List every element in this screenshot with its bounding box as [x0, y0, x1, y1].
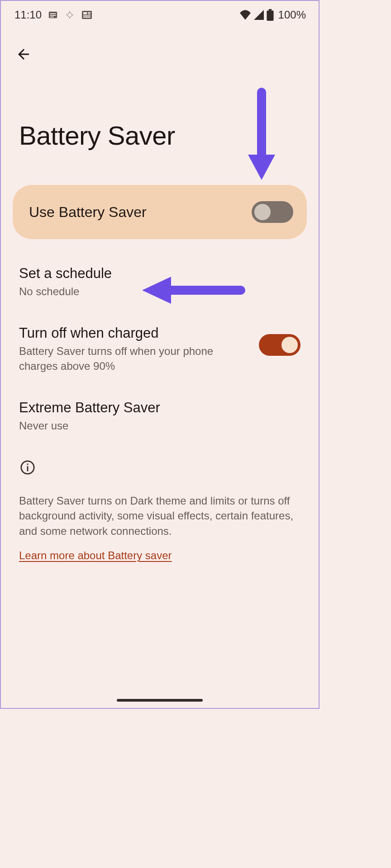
- status-left: 11:10: [14, 9, 92, 21]
- photos-icon: [64, 9, 75, 20]
- status-time: 11:10: [14, 9, 42, 21]
- toggle-knob: [281, 337, 298, 353]
- messages-icon: [48, 10, 58, 20]
- turn-off-sub: Battery Saver turns off when your phone …: [19, 344, 245, 373]
- turn-off-when-charged-item[interactable]: Turn off when charged Battery Saver turn…: [19, 325, 300, 373]
- svg-rect-10: [268, 9, 272, 10]
- svg-rect-3: [50, 17, 54, 18]
- status-bar: 11:10 100%: [1, 1, 319, 28]
- svg-rect-1: [50, 13, 56, 14]
- status-right: 100%: [239, 9, 306, 21]
- info-icon-wrap: [20, 460, 319, 477]
- use-battery-saver-label: Use Battery Saver: [29, 204, 147, 221]
- turn-off-text: Turn off when charged Battery Saver turn…: [19, 325, 245, 373]
- svg-rect-5: [83, 12, 87, 14]
- arrow-back-icon: [15, 46, 32, 62]
- info-text: Battery Saver turns on Dark theme and li…: [19, 493, 300, 539]
- turn-off-toggle[interactable]: [259, 334, 300, 356]
- page-title: Battery Saver: [19, 120, 319, 151]
- svg-rect-7: [88, 14, 91, 14]
- svg-rect-8: [83, 15, 91, 16]
- svg-rect-13: [27, 466, 29, 471]
- extreme-battery-saver-item[interactable]: Extreme Battery Saver Never use: [19, 400, 300, 433]
- use-battery-saver-toggle[interactable]: [252, 201, 293, 223]
- set-schedule-title: Set a schedule: [19, 265, 287, 282]
- svg-rect-14: [27, 463, 29, 465]
- battery-icon: [267, 9, 274, 21]
- extreme-sub: Never use: [19, 419, 287, 433]
- use-battery-saver-card[interactable]: Use Battery Saver: [13, 185, 307, 239]
- svg-rect-4: [82, 11, 92, 19]
- wifi-icon: [239, 10, 251, 20]
- navigation-bar-handle[interactable]: [117, 699, 203, 702]
- turn-off-title: Turn off when charged: [19, 325, 245, 341]
- svg-rect-9: [83, 17, 91, 18]
- svg-rect-2: [50, 15, 56, 16]
- svg-rect-6: [88, 12, 91, 13]
- set-schedule-item[interactable]: Set a schedule No schedule: [19, 265, 300, 299]
- news-icon: [81, 10, 92, 19]
- extreme-text: Extreme Battery Saver Never use: [19, 400, 287, 433]
- extreme-title: Extreme Battery Saver: [19, 400, 287, 416]
- set-schedule-text: Set a schedule No schedule: [19, 265, 287, 299]
- battery-percent: 100%: [278, 9, 306, 21]
- info-icon: [20, 460, 35, 475]
- signal-icon: [254, 10, 264, 20]
- back-button[interactable]: [14, 44, 33, 64]
- svg-marker-16: [248, 155, 275, 180]
- learn-more-link[interactable]: Learn more about Battery saver: [19, 549, 300, 562]
- set-schedule-sub: No schedule: [19, 284, 287, 299]
- svg-rect-11: [267, 10, 273, 21]
- toggle-knob: [254, 204, 271, 220]
